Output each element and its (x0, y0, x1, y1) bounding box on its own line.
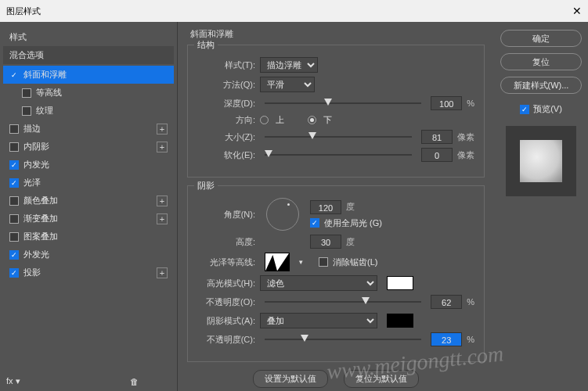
gloss-contour[interactable] (265, 253, 290, 271)
fx-menu[interactable]: fx ▾ (6, 376, 20, 386)
shading-group: 阴影 角度(N): 120 度 使用全局光 (G) 高度: (187, 185, 485, 362)
style-label: 等高线 (36, 87, 62, 99)
settings-panel: 斜面和浮雕 结构 样式(T): 描边浮雕 方法(Q): 平滑 深度(D): 10… (178, 22, 494, 391)
close-icon[interactable]: ✕ (572, 5, 582, 17)
highlight-opacity-slider[interactable] (265, 296, 421, 307)
style-label: 光泽 (23, 177, 41, 188)
styles-panel: 样式 混合选项 斜面和浮雕等高线纹理描边+内阴影+内发光光泽颜色叠加+渐变叠加+… (0, 22, 178, 391)
size-slider[interactable] (265, 131, 412, 142)
style-checkbox[interactable] (9, 70, 19, 80)
style-item-10[interactable]: 外发光 (3, 246, 174, 264)
style-label: 投影 (23, 267, 41, 278)
style-item-0[interactable]: 斜面和浮雕 (3, 66, 174, 84)
style-item-3[interactable]: 描边+ (3, 120, 174, 138)
antialias-checkbox[interactable] (319, 257, 328, 267)
style-item-5[interactable]: 内发光 (3, 156, 174, 174)
style-select[interactable]: 描边浮雕 (260, 57, 318, 73)
style-checkbox[interactable] (9, 178, 19, 188)
svg-marker-0 (265, 253, 289, 271)
style-item-11[interactable]: 投影+ (3, 264, 174, 282)
shadow-opacity-input[interactable]: 23 (431, 332, 462, 346)
style-item-1[interactable]: 等高线 (3, 84, 174, 102)
style-item-9[interactable]: 图案叠加 (3, 228, 174, 246)
window-title: 图层样式 (6, 5, 41, 17)
trash-icon[interactable]: 🗑 (130, 377, 139, 386)
style-checkbox[interactable] (22, 106, 31, 116)
blend-options[interactable]: 混合选项 (3, 46, 174, 64)
dir-up-radio[interactable] (260, 116, 269, 124)
style-checkbox[interactable] (9, 250, 19, 260)
style-item-7[interactable]: 颜色叠加+ (3, 192, 174, 210)
style-checkbox[interactable] (9, 142, 19, 152)
add-instance-icon[interactable]: + (157, 124, 168, 135)
structure-group: 结构 样式(T): 描边浮雕 方法(Q): 平滑 深度(D): 100 % 方向… (187, 45, 485, 178)
style-checkbox[interactable] (9, 232, 19, 242)
highlight-mode-select[interactable]: 滤色 (260, 275, 377, 291)
style-checkbox[interactable] (9, 196, 19, 206)
angle-input[interactable]: 120 (310, 200, 341, 214)
style-label: 内阴影 (23, 141, 49, 152)
shadow-color[interactable] (387, 314, 413, 328)
style-checkbox[interactable] (9, 214, 19, 224)
add-instance-icon[interactable]: + (157, 267, 168, 278)
styles-header[interactable]: 样式 (3, 28, 174, 46)
style-checkbox[interactable] (9, 268, 19, 278)
highlight-opacity-input[interactable]: 62 (431, 295, 462, 309)
style-checkbox[interactable] (9, 160, 19, 170)
soften-input[interactable]: 0 (421, 148, 453, 162)
style-label: 图案叠加 (23, 231, 58, 242)
global-light-checkbox[interactable] (310, 218, 319, 228)
add-instance-icon[interactable]: + (157, 213, 168, 224)
style-item-6[interactable]: 光泽 (3, 174, 174, 192)
style-label: 内发光 (23, 159, 49, 170)
technique-select[interactable]: 平滑 (260, 77, 315, 92)
ok-button[interactable]: 确定 (500, 30, 582, 47)
soften-slider[interactable] (265, 149, 412, 160)
style-checkbox[interactable] (9, 124, 19, 134)
style-item-4[interactable]: 内阴影+ (3, 138, 174, 156)
style-label: 渐变叠加 (23, 213, 58, 224)
style-item-8[interactable]: 渐变叠加+ (3, 210, 174, 228)
style-label: 颜色叠加 (23, 195, 58, 206)
shadow-mode-select[interactable]: 叠加 (260, 313, 377, 328)
style-label: 描边 (23, 123, 41, 135)
reset-default-button[interactable]: 复位为默认值 (344, 370, 419, 388)
highlight-color[interactable] (387, 276, 413, 290)
dir-down-radio[interactable] (308, 116, 316, 124)
add-instance-icon[interactable]: + (157, 142, 168, 152)
altitude-input[interactable]: 30 (310, 235, 341, 249)
depth-input[interactable]: 100 (431, 96, 462, 110)
angle-dial[interactable] (266, 198, 299, 231)
style-label: 外发光 (23, 249, 49, 260)
style-label: 纹理 (36, 105, 53, 117)
new-style-button[interactable]: 新建样式(W)... (500, 77, 582, 94)
style-checkbox[interactable] (22, 88, 31, 98)
size-input[interactable]: 81 (421, 130, 453, 144)
style-label: 斜面和浮雕 (23, 69, 67, 81)
preview-checkbox[interactable] (520, 105, 529, 114)
depth-slider[interactable] (265, 98, 421, 109)
cancel-button[interactable]: 复位 (500, 53, 582, 70)
add-instance-icon[interactable]: + (157, 196, 168, 206)
shadow-opacity-slider[interactable] (265, 334, 421, 345)
titlebar: 图层样式 ✕ (0, 0, 588, 22)
action-panel: 确定 复位 新建样式(W)... 预览(V) (494, 22, 588, 391)
preview-thumbnail (506, 126, 576, 196)
make-default-button[interactable]: 设置为默认值 (253, 370, 328, 388)
style-item-2[interactable]: 纹理 (3, 102, 174, 120)
section-title: 斜面和浮雕 (187, 28, 485, 40)
